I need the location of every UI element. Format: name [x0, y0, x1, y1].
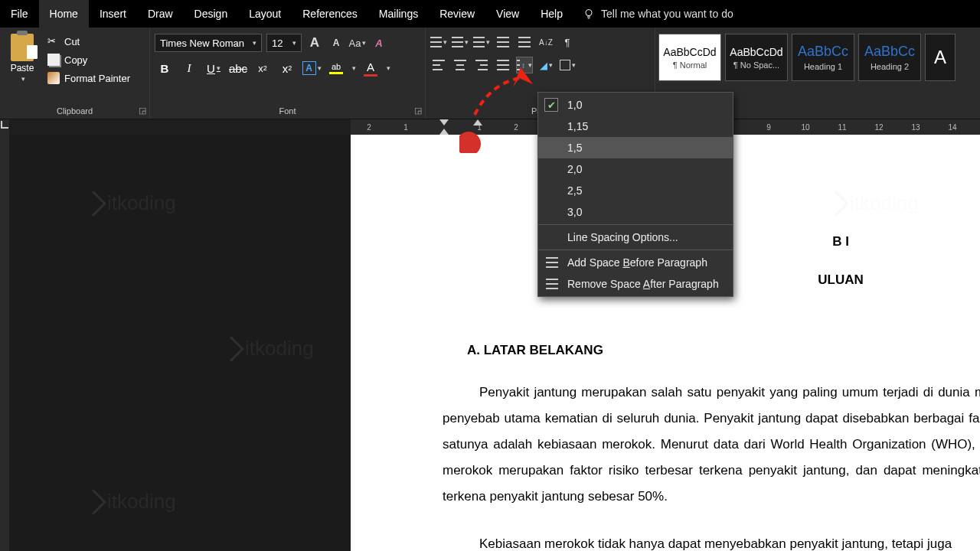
spacing-1-15[interactable]: 1,15: [538, 116, 733, 137]
bullets-button[interactable]: ▾: [430, 34, 447, 51]
para-before-icon: [546, 257, 558, 268]
ribbon: Paste ▾ ✂Cut Copy Format Painter Clipboa…: [0, 28, 980, 119]
vertical-ruler: [0, 119, 9, 551]
svg-marker-1: [439, 119, 449, 126]
spacing-1-0[interactable]: ✔1,0: [538, 94, 733, 116]
text-effects-icon: A: [302, 61, 316, 75]
svg-marker-3: [473, 119, 482, 126]
italic-button[interactable]: I: [179, 58, 199, 78]
tab-layout[interactable]: Layout: [238, 0, 292, 28]
numbering-icon: [452, 37, 463, 47]
tell-me-label: Tell me what you want to do: [601, 8, 733, 20]
group-label-font: Font: [155, 104, 420, 119]
align-right-button[interactable]: [473, 57, 490, 73]
style-normal[interactable]: AaBbCcDd¶ Normal: [658, 34, 721, 81]
tab-home[interactable]: Home: [39, 0, 89, 28]
chevron-down-icon: ▾: [549, 61, 553, 69]
style-heading2[interactable]: AaBbCcHeading 2: [858, 34, 921, 81]
clipboard-launcher[interactable]: ◲: [139, 106, 146, 116]
style-no-spacing[interactable]: AaBbCcDd¶ No Spac...: [725, 34, 788, 81]
font-size-combo[interactable]: 12▾: [266, 34, 302, 52]
paste-button[interactable]: Paste ▾: [5, 31, 40, 83]
group-font: Times New Roman▾ 12▾ A A Aa▾ A B I U▾ ab…: [150, 28, 426, 119]
style-title[interactable]: A: [925, 34, 956, 81]
chevron-down-icon: ▾: [486, 38, 490, 46]
cut-button[interactable]: ✂Cut: [44, 34, 133, 49]
highlight-button[interactable]: ab: [326, 58, 346, 78]
align-center-button[interactable]: [452, 57, 469, 73]
menu-bar: File Home Insert Draw Design Layout Refe…: [0, 0, 980, 28]
tab-review[interactable]: Review: [429, 0, 485, 28]
first-line-indent-marker[interactable]: [473, 118, 482, 127]
chevron-down-icon[interactable]: ▾: [352, 64, 356, 72]
copy-icon: [47, 54, 60, 66]
spacing-3-0[interactable]: 3,0: [538, 201, 733, 223]
line-spacing-options[interactable]: Line Spacing Options...: [538, 227, 733, 248]
doc-section-a: A. LATAR BELAKANG: [467, 343, 980, 358]
para-after-icon: [546, 279, 558, 289]
grow-font-button[interactable]: A: [306, 34, 323, 51]
align-right-icon: [475, 60, 488, 70]
style-heading1[interactable]: AaBbCcHeading 1: [792, 34, 854, 81]
format-painter-button[interactable]: Format Painter: [44, 70, 133, 86]
font-launcher[interactable]: ◲: [414, 106, 422, 116]
copy-button[interactable]: Copy: [44, 52, 133, 67]
line-spacing-icon: [517, 60, 520, 70]
tab-references[interactable]: References: [292, 0, 368, 28]
tab-draw[interactable]: Draw: [137, 0, 184, 28]
chevron-down-icon: ▾: [253, 39, 256, 47]
decrease-indent-button[interactable]: [495, 34, 511, 51]
superscript-button[interactable]: x2: [277, 58, 297, 78]
underline-button[interactable]: U▾: [204, 58, 224, 78]
eraser-icon: A: [375, 37, 382, 49]
remove-space-after[interactable]: Remove Space After Paragraph: [538, 273, 733, 295]
increase-indent-button[interactable]: [516, 34, 533, 51]
highlight-color-icon: [329, 72, 343, 74]
text-effects-button[interactable]: A▾: [302, 58, 322, 78]
tab-view[interactable]: View: [485, 0, 530, 28]
doc-paragraph-1: Penyakit jantung merupakan salah satu pe…: [443, 380, 980, 510]
multilevel-button[interactable]: ▾: [473, 34, 490, 51]
font-name-combo[interactable]: Times New Roman▾: [155, 34, 262, 52]
numbering-button[interactable]: ▾: [452, 34, 469, 51]
tab-help[interactable]: Help: [530, 0, 573, 28]
shading-button[interactable]: ◢▾: [537, 57, 554, 73]
chevron-down-icon[interactable]: ▾: [387, 64, 390, 72]
tab-file[interactable]: File: [0, 0, 39, 28]
spacing-1-5[interactable]: 1,5: [538, 137, 733, 158]
subscript-button[interactable]: x2: [253, 58, 273, 78]
spacing-2-0[interactable]: 2,0: [538, 158, 733, 180]
paste-label: Paste: [11, 63, 34, 73]
show-marks-button[interactable]: ¶: [559, 34, 576, 51]
svg-marker-2: [439, 129, 449, 135]
tab-mailings[interactable]: Mailings: [368, 0, 429, 28]
tab-insert[interactable]: Insert: [89, 0, 137, 28]
outdent-icon: [497, 37, 509, 47]
doc-paragraph-2: Kebiasaan merokok tidak hanya dapat meny…: [443, 531, 980, 551]
shrink-font-button[interactable]: A: [328, 34, 345, 51]
sort-button[interactable]: A↓Z: [537, 34, 554, 51]
line-spacing-menu: ✔1,0 1,15 1,5 2,0 2,5 3,0 Line Spacing O…: [537, 92, 733, 297]
bullets-icon: [430, 37, 442, 47]
font-color-button[interactable]: A: [361, 58, 381, 78]
bold-button[interactable]: B: [155, 58, 175, 78]
arrow-updown-icon: ↕: [521, 61, 525, 70]
indent-icon: [518, 37, 531, 47]
line-spacing-button[interactable]: ↕▾: [516, 57, 533, 73]
justify-button[interactable]: [495, 57, 511, 73]
align-left-button[interactable]: [430, 57, 447, 73]
borders-button[interactable]: ▾: [559, 57, 576, 73]
document-area[interactable]: B I ULUAN A. LATAR BELAKANG Penyakit jan…: [9, 135, 980, 551]
add-space-before[interactable]: Add Space Before Paragraph: [538, 252, 733, 273]
font-color-icon: [364, 74, 377, 77]
tab-selector-icon[interactable]: [1, 121, 8, 129]
strikethrough-button[interactable]: abc: [228, 58, 248, 78]
bucket-icon: ◢: [540, 60, 547, 71]
clear-formatting-button[interactable]: A: [371, 34, 387, 51]
chevron-down-icon: ▾: [21, 75, 25, 83]
paste-icon: [11, 34, 34, 61]
change-case-button[interactable]: Aa▾: [349, 34, 366, 51]
spacing-2-5[interactable]: 2,5: [538, 180, 733, 201]
tab-design[interactable]: Design: [184, 0, 239, 28]
tell-me-search[interactable]: Tell me what you want to do: [583, 8, 733, 20]
